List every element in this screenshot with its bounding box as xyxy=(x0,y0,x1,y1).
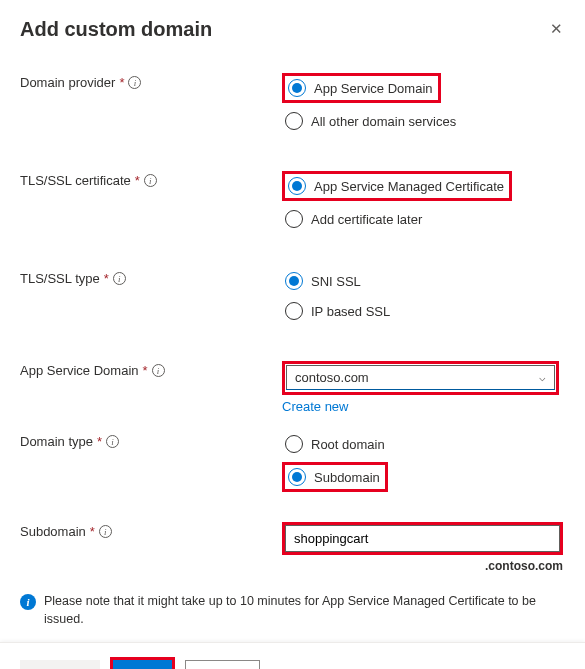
chevron-down-icon: ⌵ xyxy=(539,371,546,384)
radio-cert-later[interactable] xyxy=(285,210,303,228)
create-new-link[interactable]: Create new xyxy=(282,399,348,414)
info-icon[interactable]: i xyxy=(128,76,141,89)
add-button[interactable]: Add xyxy=(113,660,172,669)
close-icon[interactable]: ✕ xyxy=(548,18,565,40)
required-marker: * xyxy=(104,271,109,286)
page-title: Add custom domain xyxy=(20,18,212,41)
app-service-domain-dropdown[interactable]: contoso.com ⌵ xyxy=(286,365,555,390)
radio-other-domain-services[interactable] xyxy=(285,112,303,130)
domain-provider-label: Domain provider xyxy=(20,75,115,90)
app-service-domain-label: App Service Domain xyxy=(20,363,139,378)
radio-ip-ssl[interactable] xyxy=(285,302,303,320)
radio-sni-ssl[interactable] xyxy=(285,272,303,290)
required-marker: * xyxy=(135,173,140,188)
radio-cert-later-label[interactable]: Add certificate later xyxy=(311,212,422,227)
subdomain-label: Subdomain xyxy=(20,524,86,539)
subdomain-suffix: .contoso.com xyxy=(282,559,563,573)
tls-cert-label: TLS/SSL certificate xyxy=(20,173,131,188)
tls-type-label: TLS/SSL type xyxy=(20,271,100,286)
radio-subdomain[interactable] xyxy=(288,468,306,486)
info-icon[interactable]: i xyxy=(99,525,112,538)
radio-managed-cert[interactable] xyxy=(288,177,306,195)
info-icon[interactable]: i xyxy=(113,272,126,285)
note-text: Please note that it might take up to 10 … xyxy=(44,593,565,628)
info-icon[interactable]: i xyxy=(152,364,165,377)
subdomain-input[interactable] xyxy=(285,525,560,552)
required-marker: * xyxy=(90,524,95,539)
required-marker: * xyxy=(143,363,148,378)
radio-root-domain[interactable] xyxy=(285,435,303,453)
radio-root-domain-label[interactable]: Root domain xyxy=(311,437,385,452)
required-marker: * xyxy=(97,434,102,449)
validate-button: Validate xyxy=(20,660,100,669)
info-icon: i xyxy=(20,594,36,610)
info-icon[interactable]: i xyxy=(106,435,119,448)
required-marker: * xyxy=(119,75,124,90)
radio-managed-cert-label[interactable]: App Service Managed Certificate xyxy=(314,179,504,194)
app-service-domain-value: contoso.com xyxy=(295,370,369,385)
radio-other-domain-services-label[interactable]: All other domain services xyxy=(311,114,456,129)
radio-app-service-domain-label[interactable]: App Service Domain xyxy=(314,81,433,96)
info-icon[interactable]: i xyxy=(144,174,157,187)
radio-sni-ssl-label[interactable]: SNI SSL xyxy=(311,274,361,289)
cancel-button[interactable]: Cancel xyxy=(185,660,259,669)
domain-type-label: Domain type xyxy=(20,434,93,449)
radio-app-service-domain[interactable] xyxy=(288,79,306,97)
radio-ip-ssl-label[interactable]: IP based SSL xyxy=(311,304,390,319)
radio-subdomain-label[interactable]: Subdomain xyxy=(314,470,380,485)
